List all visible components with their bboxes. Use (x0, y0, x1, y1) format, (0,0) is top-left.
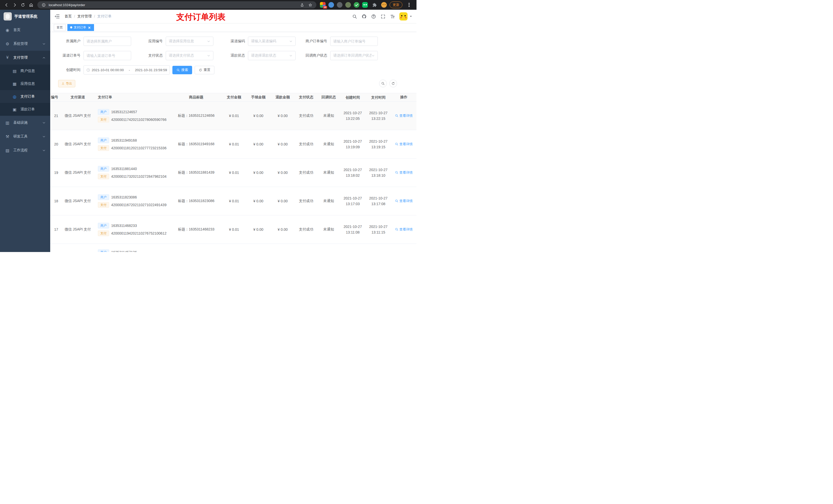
range-separator: - (127, 68, 132, 72)
sidebar-item-home[interactable]: ◉ 首页 (0, 23, 50, 37)
chevron-down-icon (207, 40, 210, 43)
notify-status-filter-label: 回调商户状态 (300, 53, 330, 58)
github-icon[interactable] (361, 14, 366, 19)
cell-pay-time: 2021-10-2713:17:08 (365, 195, 391, 207)
view-detail-link[interactable]: 查看详情 (395, 114, 413, 118)
pay-submenu: ▤ 商户信息 ▦ 应用信息 ◎ 支付订单 ▣ 退款订单 (0, 65, 50, 116)
sidebar-item-workflow[interactable]: ▨ 工作流程 (0, 143, 50, 157)
sidebar-item-app-info[interactable]: ▦ 应用信息 (0, 77, 50, 90)
cell-amount: ¥ 0.01 (222, 114, 246, 118)
cell-amount: ¥ 0.01 (222, 142, 246, 146)
cell-create-time: 2021-10-2713:19:09 (340, 139, 365, 150)
sidebar-item-merchant-info[interactable]: ▤ 商户信息 (0, 65, 50, 77)
user-menu[interactable] (399, 12, 412, 21)
browser-chrome: localhost:1024/pay/order 10 更新 (0, 0, 416, 10)
table-row: 18 微信 JSAPI 支付 商户1635311823086 支付4200001… (50, 187, 416, 215)
pay-tag: 支付 (98, 174, 109, 179)
sidebar-item-devtools[interactable]: ⚒ 研发工具 (0, 129, 50, 143)
extension-icon-olive[interactable] (345, 2, 351, 8)
refresh-table-button[interactable] (389, 80, 397, 87)
merchant-tag: 商户 (98, 138, 109, 143)
tab-label: 首页 (56, 25, 63, 30)
cell-actions: 查看详情 (391, 199, 416, 203)
merchant-order-no: 1635311823086 (111, 195, 137, 199)
top-navbar: 首页 / 支付管理 / 支付订单 支付订单列表 (50, 10, 416, 23)
page-title-annotation: 支付订单列表 (176, 11, 225, 23)
breadcrumb: 首页 / 支付管理 / 支付订单 (65, 14, 112, 19)
tab-pay-order[interactable]: 支付订单 (67, 24, 94, 31)
extension-icon-apps[interactable]: 10 (320, 2, 326, 8)
extension-icon-blue[interactable] (328, 2, 334, 8)
app-logo[interactable]: 芋道管理系统 (0, 10, 50, 23)
tab-close-icon[interactable] (88, 26, 91, 29)
browser-update-button[interactable]: 更新 (389, 2, 402, 8)
view-detail-link[interactable]: 查看详情 (395, 170, 413, 175)
sidebar-item-system[interactable]: ⚙ 系统管理 (0, 37, 50, 51)
merchant-tag: 商户 (98, 249, 109, 252)
breadcrumb-current: 支付订单 (97, 14, 112, 19)
sidebar-item-pay[interactable]: ¥ 支付管理 (0, 51, 50, 65)
sidebar-item-pay-order[interactable]: ◎ 支付订单 (0, 90, 50, 103)
export-button[interactable]: 导出 (58, 80, 75, 87)
fullscreen-icon[interactable] (380, 14, 385, 19)
browser-back-button[interactable] (3, 1, 10, 9)
breadcrumb-home[interactable]: 首页 (65, 14, 72, 19)
browser-home-button[interactable] (27, 1, 35, 9)
url-bar[interactable]: localhost:1024/pay/order (38, 1, 316, 8)
font-size-icon[interactable] (390, 14, 395, 19)
col-title: 商品标题 (171, 95, 222, 100)
help-icon[interactable] (371, 14, 376, 19)
document-icon: ▣ (12, 107, 18, 112)
refund-status-filter-label: 退款状态 (217, 53, 248, 58)
extension-icon-chat[interactable] (362, 2, 368, 8)
browser-menu-icon[interactable] (405, 1, 413, 9)
search-button[interactable]: 搜索 (172, 66, 192, 74)
monitor-icon: ▥ (5, 120, 10, 125)
notify-status-filter-select[interactable]: 请选择订单回调商户状态 (330, 51, 378, 60)
orders-table: 编号 支付渠道 支付订单 商品标题 支付金额 手续金额 退款金额 支付状态 回调… (50, 93, 416, 252)
tab-home[interactable]: 首页 (54, 24, 66, 31)
bookmark-star-icon[interactable] (307, 2, 313, 8)
chevron-down-icon (372, 54, 375, 57)
view-detail-link[interactable]: 查看详情 (395, 199, 413, 203)
cell-amount: ¥ 0.01 (222, 227, 246, 232)
share-icon[interactable] (299, 2, 305, 8)
browser-reload-button[interactable] (19, 1, 27, 9)
create-time-filter-label: 创建时间 (53, 68, 84, 72)
pay-order-no: 4200001194202110276752100612 (111, 231, 166, 235)
sidebar-toggle-icon[interactable] (54, 14, 60, 19)
refund-status-filter-select[interactable]: 请选择退款状态 (248, 51, 295, 60)
create-time-range-input[interactable]: 2021-10-01 00:00:00 - 2021-10-31 23:59:5… (84, 65, 170, 74)
cell-status: 支付成功 (295, 170, 317, 175)
cell-notify: 未通知 (317, 227, 340, 232)
extension-icon-gray[interactable] (337, 2, 342, 8)
extensions-puzzle-icon[interactable] (371, 1, 378, 9)
pay-tag: 支付 (98, 145, 109, 151)
cell-fee: ¥ 0.00 (246, 142, 270, 146)
merchant-filter-input[interactable] (84, 37, 131, 46)
cell-amount: ¥ 0.01 (222, 171, 246, 175)
channel-order-filter-input[interactable] (84, 51, 131, 60)
sidebar-item-infra[interactable]: ▥ 基础设施 (0, 116, 50, 129)
cell-fee: ¥ 0.00 (246, 199, 270, 203)
site-info-icon[interactable] (41, 2, 47, 8)
merchant-order-filter-input[interactable] (330, 37, 378, 46)
view-detail-link[interactable]: 查看详情 (395, 142, 413, 146)
app-filter-select[interactable]: 请选择应用信息 (166, 37, 213, 46)
channel-code-filter-select[interactable]: 请输入渠道编码 (248, 37, 295, 46)
search-icon[interactable] (352, 14, 357, 19)
extension-icon-check[interactable] (354, 2, 359, 8)
table-row-partial: 商户1635311457136 (50, 244, 416, 252)
app-filter-label: 应用编号 (135, 39, 166, 44)
col-id: 编号 (50, 95, 62, 100)
browser-forward-button[interactable] (11, 1, 19, 9)
cell-order: 商户1635312124657 支付4200001174202110278060… (94, 107, 171, 124)
pay-status-filter-select[interactable]: 请选择支付状态 (166, 51, 213, 60)
view-detail-link[interactable]: 查看详情 (395, 227, 413, 232)
cell-create-time: 2021-10-2713:18:02 (340, 167, 365, 178)
reset-button[interactable]: 重置 (195, 66, 214, 74)
toggle-search-button[interactable] (379, 80, 387, 87)
breadcrumb-parent[interactable]: 支付管理 (77, 14, 92, 19)
profile-avatar-icon[interactable] (381, 2, 387, 8)
sidebar-item-refund-order[interactable]: ▣ 退款订单 (0, 103, 50, 116)
